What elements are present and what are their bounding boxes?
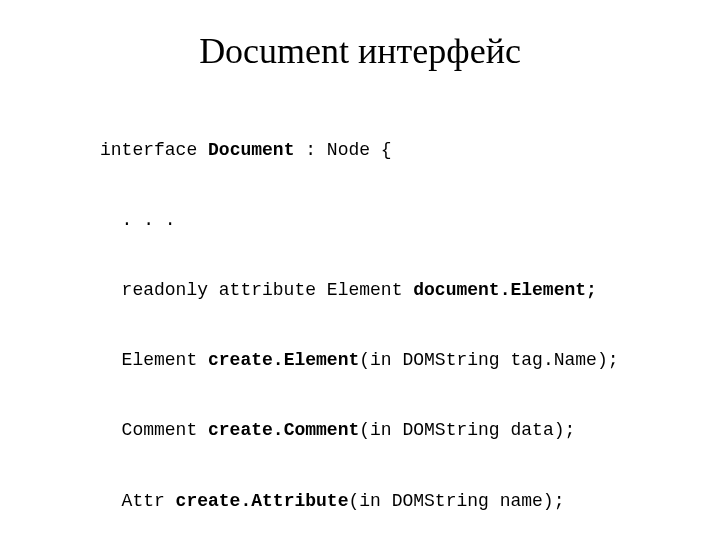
code-bold: document.Element; <box>413 280 597 300</box>
slide-title: Document интерфейс <box>40 30 680 72</box>
code-line: interface Document : Node { <box>100 139 660 162</box>
code-text: interface <box>100 140 208 160</box>
code-block: interface Document : Node { . . . readon… <box>100 92 660 540</box>
code-line: Element create.Element(in DOMString tag.… <box>100 349 660 372</box>
code-bold: create.Attribute <box>176 491 349 511</box>
code-text: : Node { <box>294 140 391 160</box>
code-text: (in DOMString name); <box>348 491 564 511</box>
code-text: readonly attribute Element <box>122 280 414 300</box>
code-line: readonly attribute Element document.Elem… <box>100 279 660 302</box>
code-bold: Document <box>208 140 294 160</box>
code-text: (in DOMString tag.Name); <box>359 350 618 370</box>
code-bold: create.Comment <box>208 420 359 440</box>
code-bold: create.Element <box>208 350 359 370</box>
code-text: Comment <box>122 420 208 440</box>
slide: Document интерфейс interface Document : … <box>0 0 720 540</box>
code-text: Element <box>122 350 208 370</box>
code-line: Attr create.Attribute(in DOMString name)… <box>100 490 660 513</box>
code-text: Attr <box>122 491 176 511</box>
code-line: . . . <box>100 209 660 232</box>
code-line: Comment create.Comment(in DOMString data… <box>100 419 660 442</box>
code-text: (in DOMString data); <box>359 420 575 440</box>
